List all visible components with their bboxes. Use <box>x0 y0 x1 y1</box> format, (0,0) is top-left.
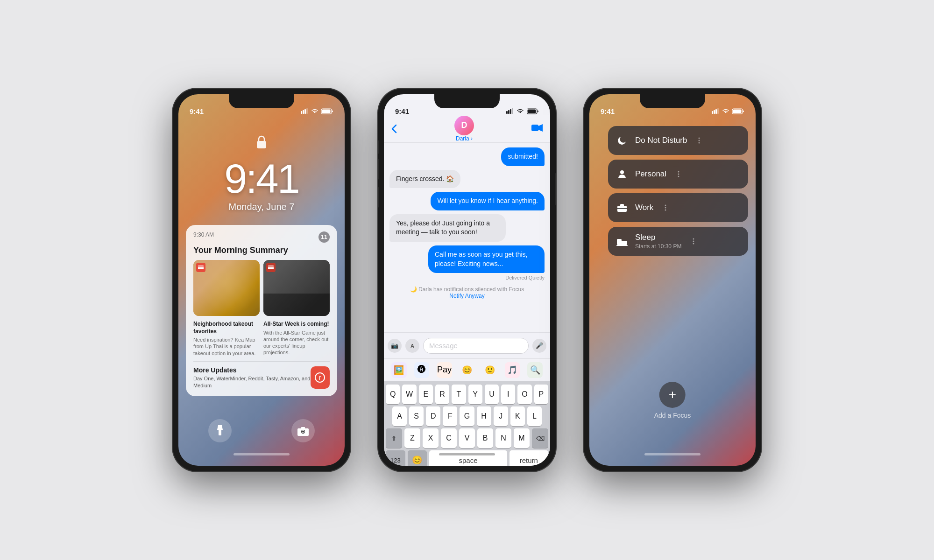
notif-title: Your Morning Summary <box>193 245 330 255</box>
message-input[interactable]: Message <box>423 338 529 354</box>
video-call-button[interactable] <box>531 123 543 135</box>
contact-avatar[interactable]: D <box>454 116 474 135</box>
key-i[interactable]: I <box>501 385 515 404</box>
battery-icon <box>732 108 744 114</box>
svg-point-38 <box>678 176 679 177</box>
key-j[interactable]: J <box>494 406 508 426</box>
memoji-icon-1[interactable]: 😊 <box>460 362 475 378</box>
message-sent-3: Call me as soon as you get this, please!… <box>428 245 545 273</box>
keyboard-row-1: Q W E R T Y U I O P <box>386 385 548 404</box>
signal-icon <box>301 108 308 114</box>
keyboard-row-4: 123 😊 space return <box>386 450 548 466</box>
volume-up-button[interactable] <box>584 159 584 180</box>
key-q[interactable]: Q <box>386 385 400 404</box>
key-u[interactable]: U <box>485 385 499 404</box>
phone-3-focus: 9:41 Do Not Disturb <box>584 89 761 471</box>
svg-text:r: r <box>319 374 321 381</box>
key-z[interactable]: Z <box>404 428 420 448</box>
notif-time: 9:30 AM <box>193 231 214 238</box>
focus-item-donotdisturb[interactable]: Do Not Disturb <box>608 126 748 155</box>
message-sent-1: submitted! <box>501 147 545 166</box>
key-emoji[interactable]: 😊 <box>408 450 427 466</box>
applepay-app-icon[interactable]: Pay <box>437 362 452 378</box>
key-y[interactable]: Y <box>468 385 482 404</box>
message-sent-2: Will let you know if I hear anything. <box>431 192 545 210</box>
svg-point-34 <box>699 142 700 144</box>
key-w[interactable]: W <box>402 385 416 404</box>
key-m[interactable]: M <box>514 428 530 448</box>
key-b[interactable]: B <box>477 428 493 448</box>
svg-rect-27 <box>714 110 715 114</box>
add-focus-section[interactable]: + Add a Focus <box>654 382 691 419</box>
key-space[interactable]: space <box>429 450 507 466</box>
key-delete[interactable]: ⌫ <box>532 428 548 448</box>
volume-down-button[interactable] <box>173 187 173 208</box>
key-p[interactable]: P <box>534 385 548 404</box>
svg-point-48 <box>693 243 694 245</box>
focus-item-personal[interactable]: Personal <box>608 160 748 189</box>
focus-item-sleep[interactable]: Sleep Starts at 10:30 PM <box>608 227 748 256</box>
contact-name[interactable]: Darla › <box>456 135 473 142</box>
key-g[interactable]: G <box>460 406 474 426</box>
notify-anyway-button[interactable]: Notify Anyway <box>389 293 545 299</box>
add-focus-button[interactable]: + <box>659 382 686 408</box>
key-l[interactable]: L <box>527 406 542 426</box>
flashlight-button[interactable] <box>208 419 232 442</box>
focus-work-more[interactable] <box>660 204 671 211</box>
memoji-icon-2[interactable]: 🙂 <box>482 362 497 378</box>
location-app-icon[interactable]: 🔍 <box>527 362 543 378</box>
mute-button[interactable] <box>584 140 584 154</box>
svg-rect-29 <box>717 108 719 114</box>
message-placeholder: Message <box>429 342 458 350</box>
volume-down-button[interactable] <box>584 187 584 208</box>
person-icon <box>616 168 629 181</box>
appstore-app-icon[interactable]: 🅐 <box>414 362 430 378</box>
notif-badge: 11 <box>318 231 330 243</box>
notif-header: 9:30 AM 11 <box>193 231 330 243</box>
key-x[interactable]: X <box>423 428 439 448</box>
volume-up-button[interactable] <box>378 159 379 180</box>
power-button[interactable] <box>761 173 761 205</box>
power-button[interactable] <box>350 173 350 205</box>
battery-icon <box>321 108 333 114</box>
key-h[interactable]: H <box>477 406 491 426</box>
focus-item-work[interactable]: Work <box>608 193 748 222</box>
camera-button[interactable] <box>291 419 315 442</box>
power-button[interactable] <box>555 173 556 205</box>
volume-down-button[interactable] <box>378 187 379 208</box>
mute-button[interactable] <box>378 140 379 154</box>
key-f[interactable]: F <box>443 406 457 426</box>
key-c[interactable]: C <box>441 428 457 448</box>
key-123[interactable]: 123 <box>386 450 405 466</box>
notification-card[interactable]: 9:30 AM 11 Your Morning Summary <box>186 225 337 396</box>
focus-personal-more[interactable] <box>673 170 684 178</box>
svg-rect-20 <box>510 109 511 114</box>
key-t[interactable]: T <box>452 385 466 404</box>
key-return[interactable]: return <box>509 450 548 466</box>
key-d[interactable]: D <box>426 406 440 426</box>
music-app-icon[interactable]: 🎵 <box>505 362 520 378</box>
back-button[interactable] <box>391 124 397 133</box>
key-a[interactable]: A <box>392 406 407 426</box>
svg-rect-14 <box>219 430 221 435</box>
notch <box>229 94 294 108</box>
focus-sleep-more[interactable] <box>688 238 699 245</box>
key-e[interactable]: E <box>419 385 433 404</box>
key-r[interactable]: R <box>435 385 449 404</box>
key-n[interactable]: N <box>495 428 511 448</box>
appstore-input-icon[interactable]: A <box>405 339 419 353</box>
mute-button[interactable] <box>173 140 173 154</box>
key-k[interactable]: K <box>510 406 525 426</box>
photos-app-icon[interactable]: 🖼️ <box>391 362 407 378</box>
volume-up-button[interactable] <box>173 159 173 180</box>
focus-donotdisturb-more[interactable] <box>693 137 705 144</box>
focus-sleep-label: Sleep Starts at 10:30 PM <box>635 233 681 250</box>
key-shift[interactable]: ⇧ <box>386 428 402 448</box>
key-v[interactable]: V <box>459 428 475 448</box>
message-input-bar: 📷 A Message 🎤 <box>384 332 550 358</box>
key-s[interactable]: S <box>409 406 424 426</box>
key-o[interactable]: O <box>517 385 531 404</box>
voice-input-icon[interactable]: 🎤 <box>532 339 546 353</box>
camera-input-icon[interactable]: 📷 <box>388 339 402 353</box>
home-indicator <box>234 453 290 455</box>
